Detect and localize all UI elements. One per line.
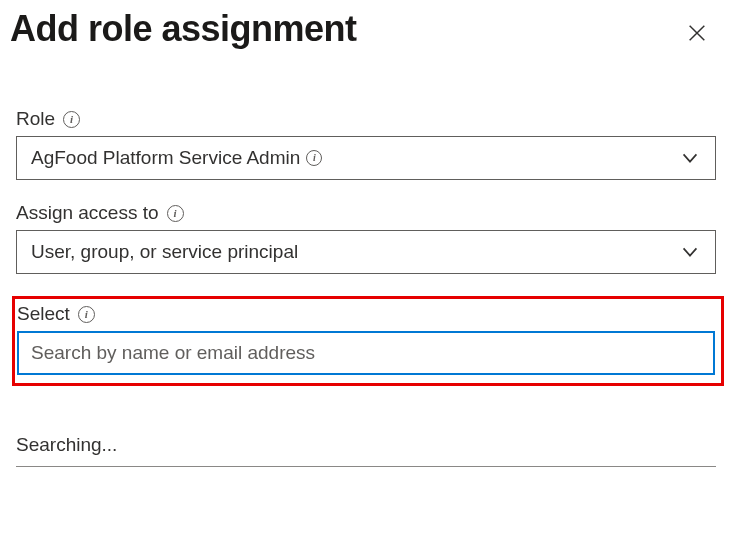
role-value-wrap: AgFood Platform Service Admin i [31,147,322,169]
role-label-row: Role i [16,108,716,130]
role-label: Role [16,108,55,130]
select-label: Select [17,303,70,325]
info-icon[interactable]: i [167,205,184,222]
info-icon[interactable]: i [78,306,95,323]
chevron-down-icon [679,147,701,169]
assign-dropdown[interactable]: User, group, or service principal [16,230,716,274]
panel-header: Add role assignment [0,0,736,52]
panel-content: Role i AgFood Platform Service Admin i A… [0,52,736,467]
info-icon[interactable]: i [306,150,322,166]
field-assign-access: Assign access to i User, group, or servi… [16,202,716,274]
chevron-down-icon [679,241,701,263]
search-status-row: Searching... [16,434,716,467]
assign-label-row: Assign access to i [16,202,716,224]
select-label-row: Select i [17,303,715,325]
search-status: Searching... [16,434,117,455]
info-icon[interactable]: i [63,111,80,128]
field-role: Role i AgFood Platform Service Admin i [16,108,716,180]
close-icon [686,22,708,44]
assign-label: Assign access to [16,202,159,224]
select-highlight-box: Select i [12,296,724,386]
select-search-input[interactable] [17,331,715,375]
close-button[interactable] [678,14,716,52]
panel-title: Add role assignment [10,8,357,50]
assign-dropdown-value: User, group, or service principal [31,241,298,263]
role-dropdown-value: AgFood Platform Service Admin [31,147,300,169]
role-dropdown[interactable]: AgFood Platform Service Admin i [16,136,716,180]
